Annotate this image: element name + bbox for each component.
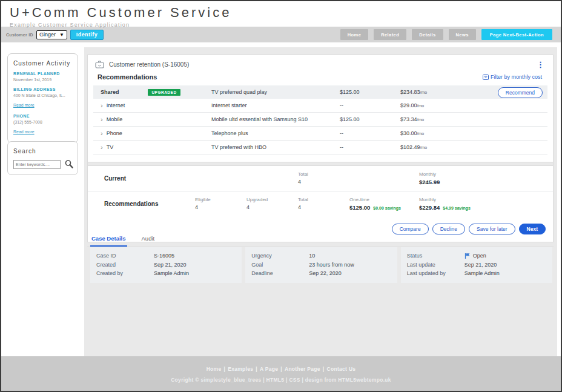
nav-related-button[interactable]: Related xyxy=(374,29,406,40)
footer-link-home[interactable]: Home xyxy=(207,366,222,372)
footer-link-a-page[interactable]: A Page xyxy=(260,366,278,372)
app-header: U+Comm Customer Service Example Customer… xyxy=(1,1,561,27)
top-nav: Home Related Details News Page Next-Best… xyxy=(340,29,552,40)
eligible-caption: Eligible xyxy=(195,197,246,202)
app-window: U+Comm Customer Service Example Customer… xyxy=(0,0,562,392)
case-details-tabs: Case Details Audit xyxy=(87,232,554,247)
flag-icon xyxy=(464,253,471,259)
case-icon xyxy=(95,61,104,68)
monthly-cell: Monthly $229.84$4.99 savings xyxy=(419,197,548,211)
case-details-block-3: Status Open Last updateSep 21, 2020 Last… xyxy=(401,247,552,283)
overflow-menu-icon[interactable]: ⋮ xyxy=(534,62,547,68)
activity-label: BILLING ADDRESS xyxy=(13,87,72,91)
customer-id-value: Ginger xyxy=(39,32,56,38)
case-details-grid: Case IDS-16005 CreatedSep 21, 2020 Creat… xyxy=(90,247,552,283)
identify-button[interactable]: Identify xyxy=(70,30,104,40)
footer-separator: | xyxy=(256,366,257,372)
page-body: Customer Activity RENEWAL PLANNED Novemb… xyxy=(1,42,561,356)
dropdown-arrow-icon: ▼ xyxy=(59,32,64,38)
section-divider xyxy=(88,162,553,166)
field-label: Created by xyxy=(96,269,154,278)
page-footer: Home|Examples|A Page|Another Page|Contac… xyxy=(1,356,561,392)
search-input[interactable] xyxy=(13,160,61,169)
total-cell: Total 4 xyxy=(298,197,349,211)
nav-details-button[interactable]: Details xyxy=(412,29,443,40)
customer-activity-panel: Customer Activity RENEWAL PLANNED Novemb… xyxy=(7,53,78,143)
footer-link-another-page[interactable]: Another Page xyxy=(285,366,320,372)
filter-by-monthly-cost-link[interactable]: Filter by monthly cost xyxy=(483,74,542,80)
case-title: Customer retention (S-16005) xyxy=(109,61,534,68)
footer-copyright: Coyright © simplestyle_blue_trees | HTML… xyxy=(1,377,561,383)
monthly-caption: Monthly xyxy=(419,197,548,202)
nav-home-button[interactable]: Home xyxy=(340,29,368,40)
field-value: 23 hours from now xyxy=(309,261,354,270)
tab-audit[interactable]: Audit xyxy=(140,232,156,247)
row-name: Internet xyxy=(107,102,125,108)
nav-news-button[interactable]: News xyxy=(449,29,476,40)
per-month-suffix: /mo xyxy=(417,131,425,136)
field-value: 10 xyxy=(309,251,315,261)
search-panel: Search xyxy=(7,141,78,175)
current-label: Current xyxy=(104,175,195,182)
activity-label: PHONE xyxy=(13,114,72,118)
status-value: Open xyxy=(464,251,486,261)
expand-chevron-icon[interactable]: › xyxy=(101,103,103,108)
per-month-suffix: /mo xyxy=(420,90,428,95)
current-summary-row: Current Total 4 Monthly $245.99 xyxy=(88,166,553,191)
field-value: Sep 22, 2020 xyxy=(309,269,342,278)
read-more-link[interactable]: Read more xyxy=(13,103,35,107)
expand-chevron-icon[interactable]: › xyxy=(101,131,103,136)
row-plan: TV preferred with HBO xyxy=(211,144,340,150)
activity-value: 400 N State st Chicago, IL.. xyxy=(13,93,72,98)
field-label: Goal xyxy=(251,261,309,270)
one-time-caption: One-time xyxy=(349,197,419,202)
row-name: Phone xyxy=(107,130,122,136)
table-row-internet: ›Internet Internet starter -- $29.00/mo xyxy=(93,99,547,113)
nav-next-best-action-button[interactable]: Page Next-Best-Action xyxy=(481,29,552,40)
one-time-value: $125.00$0.00 savings xyxy=(349,204,419,211)
row-monthly: $73.34 xyxy=(400,116,417,122)
case-card: Customer retention (S-16005) ⋮ Recommend… xyxy=(87,55,554,242)
field-label: Created xyxy=(96,261,154,270)
monthly-amount: $229.84 xyxy=(419,204,440,211)
one-time-cell: One-time $125.00$0.00 savings xyxy=(349,197,419,211)
footer-separator: | xyxy=(323,366,325,372)
expand-chevron-icon[interactable]: › xyxy=(101,145,103,150)
tab-case-details[interactable]: Case Details xyxy=(90,232,127,247)
total-value: 4 xyxy=(298,179,349,185)
footer-link-contact-us[interactable]: Contact Us xyxy=(326,366,355,372)
read-more-link[interactable]: Read more xyxy=(13,130,35,134)
monthly-caption: Monthly xyxy=(419,171,548,177)
upgraded-badge: UPGRADED xyxy=(148,89,180,96)
row-monthly: $234.83 xyxy=(400,89,420,95)
row-name: Mobile xyxy=(107,116,123,122)
row-plan: Telephone plus xyxy=(211,130,340,136)
status-text: Open xyxy=(473,251,486,261)
activity-item-renewal: RENEWAL PLANNED November 1st, 2019 xyxy=(13,71,72,82)
upgraded-value: 4 xyxy=(246,204,298,210)
row-one-time: -- xyxy=(340,144,400,150)
expand-chevron-icon[interactable]: › xyxy=(101,117,103,122)
current-total: Total 4 xyxy=(298,171,349,185)
footer-separator: | xyxy=(280,366,282,372)
per-month-suffix: /mo xyxy=(417,104,425,108)
field-label: Last updated by xyxy=(407,269,464,278)
case-details-block-2: Urgency10 Goal23 hours from now Deadline… xyxy=(245,247,397,283)
recommend-button[interactable]: Recommend xyxy=(498,87,543,98)
row-monthly: $29.00 xyxy=(400,102,417,108)
search-icon[interactable] xyxy=(64,159,74,169)
per-month-suffix: /mo xyxy=(420,145,428,150)
monthly-savings: $4.99 savings xyxy=(443,206,471,210)
field-label: Urgency xyxy=(251,251,309,261)
row-one-time: -- xyxy=(340,102,400,108)
search-title: Search xyxy=(13,148,72,154)
footer-link-examples[interactable]: Examples xyxy=(228,366,253,372)
one-time-amount: $125.00 xyxy=(349,204,370,211)
field-value: Sep 21, 2020 xyxy=(464,261,497,270)
toolbar: Customer ID Ginger ▼ Identify Home Relat… xyxy=(1,27,561,42)
table-row-phone: ›Phone Telephone plus -- $30.00/mo xyxy=(93,127,547,141)
activity-value: November 1st, 2019 xyxy=(13,77,72,82)
customer-id-select[interactable]: Ginger ▼ xyxy=(36,30,67,39)
main-panel: Customer retention (S-16005) ⋮ Recommend… xyxy=(84,47,557,356)
total-caption: Total xyxy=(298,197,349,202)
